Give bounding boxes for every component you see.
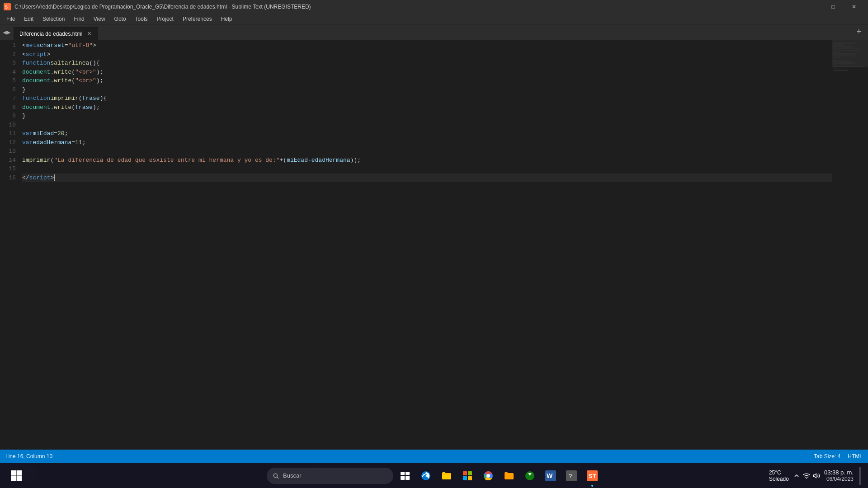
status-right: Tab Size: 4 HTML xyxy=(814,453,863,460)
svg-rect-2 xyxy=(401,472,405,475)
new-tab-button[interactable]: + xyxy=(854,27,864,38)
volume-icon[interactable] xyxy=(812,472,821,480)
search-bar[interactable]: Buscar xyxy=(267,468,393,484)
code-line-5: document.write("<br>"); xyxy=(22,76,832,85)
taskbar-center: Buscar xyxy=(267,467,601,485)
code-line-10 xyxy=(22,121,832,130)
svg-rect-5 xyxy=(406,476,410,480)
weather-desc: Soleado xyxy=(769,476,789,482)
menu-item-file[interactable]: File xyxy=(2,14,19,23)
line-number-12: 12 xyxy=(7,138,16,147)
title-bar-left: S C:\Users\Vredd\Desktop\Logica de Progr… xyxy=(4,3,311,10)
svg-text:?: ? xyxy=(569,473,572,480)
sublime-taskbar-icon[interactable]: ST xyxy=(583,467,601,485)
task-view-button[interactable] xyxy=(396,467,414,485)
search-icon xyxy=(272,472,279,479)
code-line-14: imprimir("La diferencia de edad que esxi… xyxy=(22,156,832,165)
edge-icon[interactable] xyxy=(417,467,435,485)
network-icon[interactable] xyxy=(802,472,811,480)
file-explorer-icon[interactable] xyxy=(438,467,456,485)
file-explorer-2-icon[interactable] xyxy=(500,467,518,485)
line-number-15: 15 xyxy=(7,164,16,174)
close-button[interactable]: ✕ xyxy=(844,0,864,14)
temperature: 25°C xyxy=(769,469,781,476)
menu-item-selection[interactable]: Selection xyxy=(38,14,69,23)
line-number-14: 14 xyxy=(7,156,16,165)
code-line-16: </script> xyxy=(22,174,832,183)
system-tray xyxy=(793,472,821,480)
app-icon: S xyxy=(4,3,11,10)
menu-item-tools[interactable]: Tools xyxy=(131,14,152,23)
unknown-app-icon[interactable]: ? xyxy=(562,467,580,485)
code-line-1: <meta charset="utf-8"> xyxy=(22,41,832,50)
status-left: Line 16, Column 10 xyxy=(5,453,52,460)
line-number-3: 3 xyxy=(7,59,16,68)
svg-rect-9 xyxy=(463,476,467,480)
title-bar: S C:\Users\Vredd\Desktop\Logica de Progr… xyxy=(0,0,868,14)
line-number-5: 5 xyxy=(7,76,16,85)
editor-container: 12345678910111213141516 <meta charset="u… xyxy=(0,40,868,450)
line-number-16: 16 xyxy=(7,174,16,183)
word-icon[interactable]: W xyxy=(542,467,560,485)
weather-widget: 25°C Soleado xyxy=(769,469,789,482)
svg-text:ST: ST xyxy=(589,473,596,479)
tab-bar: ◀▶ Diferencia de edades.html ✕ + xyxy=(0,24,868,40)
syntax-status: HTML xyxy=(848,453,863,460)
tab-size-status: Tab Size: 4 xyxy=(814,453,840,460)
svg-rect-3 xyxy=(406,472,410,475)
title-text: C:\Users\Vredd\Desktop\Logica de Program… xyxy=(14,4,311,10)
taskbar-right: 25°C Soleado 03:38 p. m. 06/04/2023 xyxy=(769,467,861,485)
minimize-button[interactable]: ─ xyxy=(802,0,823,14)
tray-expand-icon[interactable] xyxy=(793,472,801,480)
time-display: 03:38 p. m. xyxy=(824,469,854,476)
svg-text:S: S xyxy=(5,5,8,10)
code-line-12: var edadHermana = 11; xyxy=(22,138,832,147)
line-number-2: 2 xyxy=(7,50,16,59)
menu-bar: FileEditSelectionFindViewGotoToolsProjec… xyxy=(0,14,868,24)
date-display: 06/04/2023 xyxy=(824,476,854,482)
line-number-6: 6 xyxy=(7,85,16,94)
taskbar-left xyxy=(7,467,25,485)
code-line-9: } xyxy=(22,112,832,121)
svg-rect-7 xyxy=(463,471,467,475)
code-line-15 xyxy=(22,164,832,174)
svg-marker-20 xyxy=(813,474,816,478)
line-number-13: 13 xyxy=(7,147,16,156)
code-line-4: document.write("<br>"); xyxy=(22,68,832,77)
menu-item-edit[interactable]: Edit xyxy=(19,14,38,23)
menu-item-goto[interactable]: Goto xyxy=(110,14,131,23)
window-controls: ─ □ ✕ xyxy=(802,0,864,14)
code-area[interactable]: <meta charset="utf-8"><script>function s… xyxy=(20,40,832,450)
line-numbers: 12345678910111213141516 xyxy=(0,40,20,450)
tab-close-button[interactable]: ✕ xyxy=(86,31,92,37)
clock[interactable]: 03:38 p. m. 06/04/2023 xyxy=(824,469,854,482)
tab-diferencia[interactable]: Diferencia de edades.html ✕ xyxy=(14,27,98,40)
menu-item-preferences[interactable]: Preferences xyxy=(178,14,217,23)
code-line-13 xyxy=(22,147,832,156)
start-button[interactable] xyxy=(7,467,25,485)
chrome-icon[interactable] xyxy=(479,467,497,485)
line-number-7: 7 xyxy=(7,94,16,103)
xbox-icon[interactable] xyxy=(521,467,539,485)
windows-store-icon[interactable] xyxy=(458,467,476,485)
line-number-1: 1 xyxy=(7,41,16,50)
tab-nav-left[interactable]: ◀▶ xyxy=(0,24,14,40)
line-number-8: 8 xyxy=(7,103,16,112)
menu-item-help[interactable]: Help xyxy=(217,14,237,23)
tab-label: Diferencia de edades.html xyxy=(19,31,82,37)
status-bar: Line 16, Column 10 Tab Size: 4 HTML xyxy=(0,450,868,463)
taskbar: Buscar xyxy=(0,463,868,488)
line-col-status: Line 16, Column 10 xyxy=(5,453,52,460)
svg-rect-10 xyxy=(468,476,472,480)
menu-item-view[interactable]: View xyxy=(89,14,110,23)
menu-item-project[interactable]: Project xyxy=(152,14,178,23)
line-number-10: 10 xyxy=(7,121,16,130)
menu-item-find[interactable]: Find xyxy=(69,14,89,23)
maximize-button[interactable]: □ xyxy=(823,0,844,14)
minimap[interactable] xyxy=(832,40,868,450)
code-line-11: var miEdad = 20; xyxy=(22,129,832,138)
line-number-11: 11 xyxy=(7,129,16,138)
code-line-2: <script> xyxy=(22,50,832,59)
svg-rect-4 xyxy=(401,476,405,480)
show-desktop-button[interactable] xyxy=(859,467,861,485)
